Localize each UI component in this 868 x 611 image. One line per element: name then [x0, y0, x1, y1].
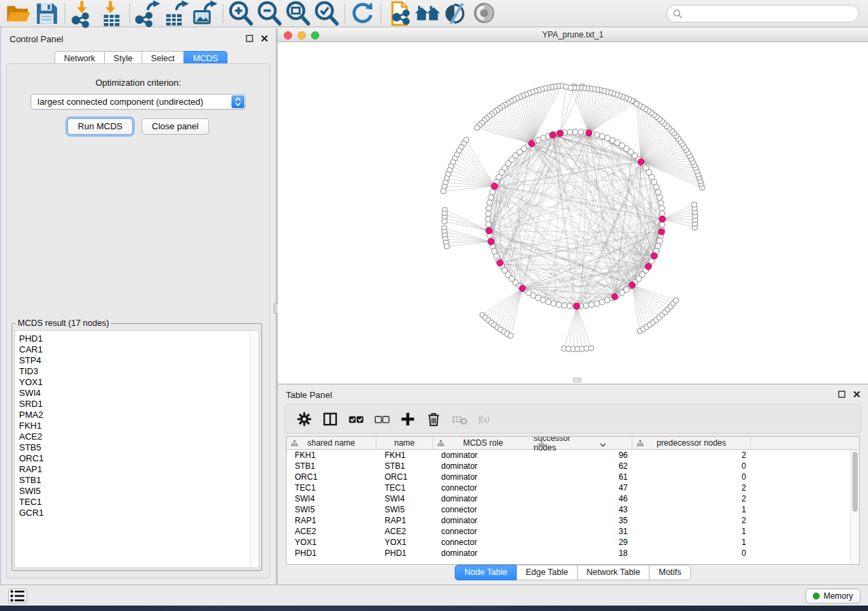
search-box[interactable]: [666, 5, 859, 22]
table-columns-button[interactable]: [322, 411, 338, 427]
column-header-name[interactable]: name: [376, 437, 433, 449]
zoom-fit-icon: [284, 0, 312, 28]
mcds-result-item[interactable]: STP4: [15, 355, 259, 366]
window-zoom-traffic-light[interactable]: [311, 31, 319, 39]
table-scrollbar[interactable]: [850, 450, 859, 564]
table-row[interactable]: RAP1RAP1dominator352: [287, 515, 850, 526]
float-panel-icon[interactable]: [245, 34, 254, 43]
toolbar-import-network-button[interactable]: [69, 2, 97, 25]
table-cell: connector: [433, 482, 534, 493]
table-scrollbar-thumb[interactable]: [852, 452, 858, 512]
network-canvas[interactable]: [278, 42, 868, 384]
toolbar-zoom-out-button[interactable]: [255, 2, 284, 25]
window-close-traffic-light[interactable]: [284, 31, 292, 39]
close-table-panel-icon[interactable]: [852, 390, 861, 399]
tab-motifs[interactable]: Motifs: [649, 565, 690, 580]
table-row[interactable]: FKH1FKH1dominator962: [287, 450, 850, 461]
table-trash-button[interactable]: [425, 411, 442, 427]
mcds-result-item[interactable]: FKH1: [15, 420, 259, 431]
zoom-out-icon: [255, 0, 284, 28]
mcds-result-item[interactable]: PHD1: [15, 331, 259, 344]
table-toolbar: f(x): [285, 404, 861, 433]
mcds-result-item[interactable]: STB1: [15, 475, 259, 486]
mcds-list-scrollbar[interactable]: [250, 331, 259, 567]
toolbar-first-neighbors-button[interactable]: [413, 2, 442, 25]
mcds-result-item[interactable]: STB5: [15, 442, 259, 453]
memory-button[interactable]: Memory: [805, 589, 861, 604]
mcds-result-item[interactable]: ORC1: [15, 453, 259, 464]
mcds-result-item[interactable]: PMA2: [15, 410, 259, 420]
toolbar-import-table-button[interactable]: [97, 2, 126, 25]
table-row[interactable]: ORC1ORC1dominator610: [287, 472, 850, 482]
mcds-result-item[interactable]: SRD1: [15, 399, 259, 410]
close-panel-icon[interactable]: [260, 34, 269, 43]
mcds-result-item[interactable]: SWI4: [15, 388, 259, 399]
run-mcds-button[interactable]: Run MCDS: [67, 118, 133, 135]
toolbar-export-network-button[interactable]: [133, 2, 162, 25]
close-panel-button[interactable]: Close panel: [142, 118, 209, 135]
float-table-panel-icon[interactable]: [837, 390, 846, 399]
toolbar-zoom-in-button[interactable]: [227, 2, 255, 25]
table-cell: 2: [632, 515, 751, 526]
table-row[interactable]: TEC1TEC1connector472: [287, 482, 850, 493]
mcds-result-title: MCDS result (17 nodes): [16, 318, 111, 328]
search-input[interactable]: [686, 9, 858, 18]
table-check-pair-button[interactable]: [348, 411, 364, 427]
table-row[interactable]: PHD1PHD1dominator180: [287, 548, 850, 559]
column-label: shared name: [307, 438, 355, 448]
toolbar-refresh-button[interactable]: [349, 2, 377, 25]
table-cell: connector: [433, 504, 534, 515]
mcds-result-item[interactable]: ACE2: [15, 431, 259, 442]
column-header-successor-nodes[interactable]: successor nodes: [534, 437, 632, 449]
table-row[interactable]: STB1STB1dominator620: [287, 461, 850, 472]
column-header-shared-name[interactable]: shared name: [287, 437, 376, 449]
table-row[interactable]: ACE2ACE2connector311: [287, 526, 850, 537]
toolbar-group: [227, 0, 341, 27]
table-cell: 61: [534, 472, 632, 482]
network-graph[interactable]: [278, 42, 868, 384]
show-panels-button[interactable]: [8, 589, 27, 604]
toolbar-export-table-button[interactable]: [162, 2, 191, 25]
check-pair-icon: [348, 411, 364, 427]
tab-node-table[interactable]: Node Table: [455, 565, 517, 580]
table-panel: Table Panel f(x) shared namenameMCDS rol…: [278, 384, 868, 584]
table-gear-button[interactable]: [296, 411, 312, 427]
toolbar-show-hide-button[interactable]: [470, 2, 499, 25]
table-row[interactable]: SWI5SWI5connector431: [287, 504, 850, 515]
toolbar-visual-properties-button[interactable]: [442, 2, 470, 25]
toolbar-save-button[interactable]: [33, 2, 61, 25]
toolbar-open-button[interactable]: [4, 2, 33, 25]
table-cell: 47: [534, 482, 632, 493]
status-bar: Memory: [0, 584, 868, 606]
toolbar-zoom-selected-button[interactable]: [312, 2, 341, 25]
table-row[interactable]: SWI4SWI4dominator462: [287, 493, 850, 504]
optimization-criterion-dropdown[interactable]: largest connected component (undirected): [31, 94, 246, 110]
tab-edge-table[interactable]: Edge Table: [517, 565, 577, 580]
mcds-result-item[interactable]: RAP1: [15, 464, 259, 475]
mcds-result-item[interactable]: YOX1: [15, 377, 259, 388]
mcds-result-list[interactable]: PHD1CAR1STP4TID3YOX1SWI4SRD1PMA2FKH1ACE2…: [14, 330, 259, 568]
mcds-result-item[interactable]: TID3: [15, 366, 259, 377]
table-uncheck-pair-button[interactable]: [374, 411, 390, 427]
window-minimize-traffic-light[interactable]: [298, 31, 306, 39]
mcds-result-item[interactable]: TEC1: [15, 497, 259, 508]
toolbar-export-image-button[interactable]: [191, 2, 219, 25]
toolbar-separator: [129, 4, 130, 23]
mcds-result-item[interactable]: CAR1: [15, 344, 259, 355]
column-label: MCDS role: [463, 438, 503, 448]
mcds-result-fieldset: MCDS result (17 nodes) PHD1CAR1STP4TID3Y…: [12, 318, 262, 571]
table-cell: FKH1: [376, 450, 433, 461]
tab-network-table[interactable]: Network Table: [578, 565, 650, 580]
table-row[interactable]: YOX1YOX1connector291: [287, 537, 850, 548]
table-cell: 0: [632, 461, 751, 472]
toolbar-zoom-fit-button[interactable]: [284, 2, 312, 25]
table-cell: YOX1: [376, 537, 433, 548]
horizontal-splitter-handle[interactable]: [573, 378, 581, 382]
mcds-result-item[interactable]: SWI5: [15, 486, 259, 497]
network-titlebar[interactable]: YPA_prune.txt_1: [278, 29, 868, 42]
table-plus-button[interactable]: [400, 411, 416, 427]
column-header-predecessor-nodes[interactable]: predecessor nodes: [632, 437, 751, 449]
toolbar-doc-network-button[interactable]: [385, 2, 413, 25]
column-header-MCDS-role[interactable]: MCDS role: [433, 437, 534, 449]
mcds-result-item[interactable]: GCR1: [15, 508, 259, 518]
